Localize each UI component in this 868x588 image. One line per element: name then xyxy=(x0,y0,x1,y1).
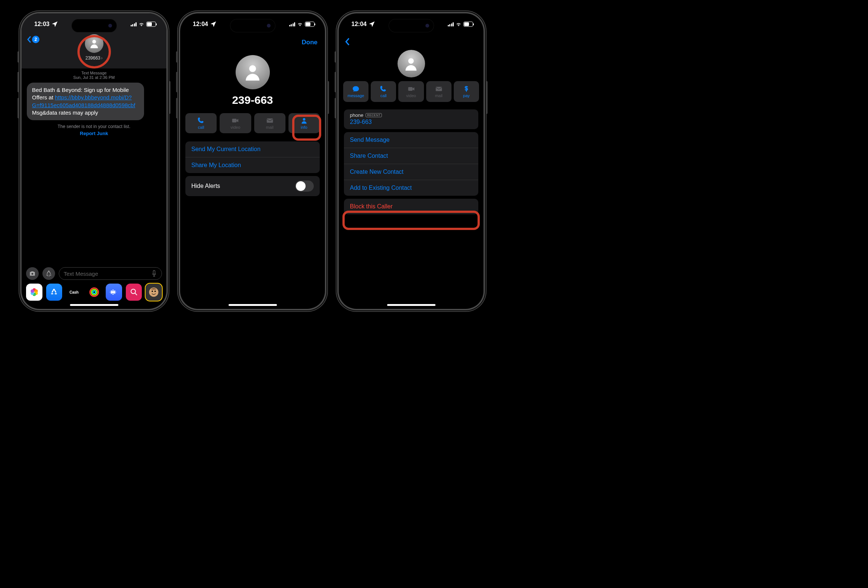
status-time: 12:04 xyxy=(193,21,208,28)
svg-rect-21 xyxy=(408,87,412,91)
recent-badge: RECENT xyxy=(366,113,382,117)
svg-point-8 xyxy=(31,289,34,293)
dynamic-island xyxy=(230,19,275,32)
camera-icon xyxy=(29,270,36,277)
sender-note: The sender is not in your contact list. xyxy=(22,124,166,129)
photos-app[interactable] xyxy=(26,284,43,301)
dollar-icon xyxy=(463,85,470,93)
avatar-icon xyxy=(85,34,103,53)
hide-alerts-toggle[interactable] xyxy=(295,180,314,192)
contact-header[interactable]: 239663 xyxy=(85,34,103,61)
cell-signal-icon xyxy=(289,22,295,27)
back-button[interactable]: 2 xyxy=(27,36,40,43)
chevron-left-icon xyxy=(27,36,31,43)
video-button[interactable]: video xyxy=(220,113,251,133)
phone-frame-2: 12:04 54 Done 239-663 call video mail in… xyxy=(177,10,328,312)
send-location-button[interactable]: Send My Current Location xyxy=(185,141,320,157)
home-indicator[interactable] xyxy=(387,304,435,306)
svg-rect-17 xyxy=(232,119,237,122)
avatar-icon xyxy=(236,55,270,89)
share-location-button[interactable]: Share My Location xyxy=(185,157,320,173)
mail-button[interactable]: mail xyxy=(254,113,285,133)
app-store-button[interactable] xyxy=(43,267,55,280)
message-icon xyxy=(352,85,360,93)
video-button[interactable]: video xyxy=(398,81,424,102)
avatar-icon xyxy=(397,50,425,77)
location-icon xyxy=(51,21,58,28)
phone-field[interactable]: phoneRECENT 239-663 xyxy=(344,109,478,129)
battery-icon: 54 xyxy=(305,22,314,27)
search-app[interactable] xyxy=(126,284,142,301)
phone-frame-3: 12:04 54 message call video mail pay pho… xyxy=(336,10,487,312)
compose-input[interactable]: Text Message xyxy=(59,267,162,280)
wifi-icon xyxy=(139,22,145,27)
video-icon xyxy=(232,117,239,124)
location-icon xyxy=(368,21,376,28)
battery-icon: 54 xyxy=(146,22,156,27)
memoji-app[interactable] xyxy=(146,284,162,301)
create-contact-button[interactable]: Create New Contact xyxy=(344,164,478,180)
camera-button[interactable] xyxy=(26,267,39,280)
svg-point-12 xyxy=(131,289,136,294)
mail-icon xyxy=(435,85,443,93)
phone-icon xyxy=(197,117,205,124)
location-icon xyxy=(210,21,217,28)
svg-point-20 xyxy=(408,58,414,63)
phone-value: 239-663 xyxy=(350,119,472,125)
svg-rect-18 xyxy=(267,118,273,123)
svg-rect-2 xyxy=(154,271,155,274)
mail-icon xyxy=(266,117,273,124)
video-icon xyxy=(407,85,415,93)
battery-icon: 54 xyxy=(464,22,473,27)
svg-point-19 xyxy=(303,118,306,121)
phone-label: phone xyxy=(350,112,363,118)
pay-button[interactable]: pay xyxy=(454,81,479,102)
apple-cash-app[interactable]: Cash xyxy=(66,284,82,301)
unread-count: 2 xyxy=(32,36,40,43)
done-button[interactable]: Done xyxy=(302,39,318,46)
message-bubble[interactable]: Bed Bath & Beyond: Sign up for Mobile Of… xyxy=(27,83,144,120)
home-indicator[interactable] xyxy=(229,304,277,306)
appstore-app[interactable] xyxy=(46,284,62,301)
svg-point-14 xyxy=(152,291,154,292)
wifi-icon xyxy=(297,22,303,27)
audio-app[interactable] xyxy=(106,284,122,301)
phone-icon xyxy=(380,85,387,93)
svg-point-11 xyxy=(93,291,96,294)
add-existing-button[interactable]: Add to Existing Contact xyxy=(344,180,478,196)
hide-alerts-row: Hide Alerts xyxy=(185,176,320,196)
call-button[interactable]: call xyxy=(185,113,217,133)
person-icon xyxy=(300,117,308,124)
send-message-button[interactable]: Send Message xyxy=(344,132,478,148)
info-button[interactable]: info xyxy=(288,113,320,133)
dynamic-island xyxy=(72,19,117,32)
contact-name: 239663 xyxy=(85,56,102,60)
report-junk-button[interactable]: Report Junk xyxy=(22,131,166,136)
mail-button[interactable]: mail xyxy=(426,81,452,102)
call-button[interactable]: call xyxy=(371,81,396,102)
svg-point-1 xyxy=(32,273,34,275)
phone-number: 239-663 xyxy=(180,94,325,106)
block-caller-button[interactable]: Block this Caller xyxy=(344,199,478,214)
cell-signal-icon xyxy=(131,22,137,27)
back-button[interactable] xyxy=(345,37,350,49)
compose-placeholder: Text Message xyxy=(63,271,98,277)
cell-signal-icon xyxy=(448,22,454,27)
dynamic-island xyxy=(389,19,434,32)
phone-frame-1: 12:03 54 2 239663 Text Mes xyxy=(19,10,169,312)
message-metadata: Text Message Sun, Jul 31 at 2:36 PM xyxy=(22,68,166,80)
share-contact-button[interactable]: Share Contact xyxy=(344,148,478,164)
fitness-app[interactable] xyxy=(86,284,102,301)
mic-icon xyxy=(151,270,157,277)
svg-rect-22 xyxy=(435,87,442,91)
app-store-icon xyxy=(45,270,53,277)
hide-alerts-label: Hide Alerts xyxy=(191,183,220,189)
svg-point-15 xyxy=(155,291,156,292)
wifi-icon xyxy=(456,22,462,27)
svg-point-0 xyxy=(92,40,96,44)
svg-point-16 xyxy=(249,65,256,72)
message-button[interactable]: message xyxy=(343,81,369,102)
home-indicator[interactable] xyxy=(70,304,118,306)
status-time: 12:04 xyxy=(351,21,367,28)
chevron-left-icon xyxy=(345,38,350,46)
